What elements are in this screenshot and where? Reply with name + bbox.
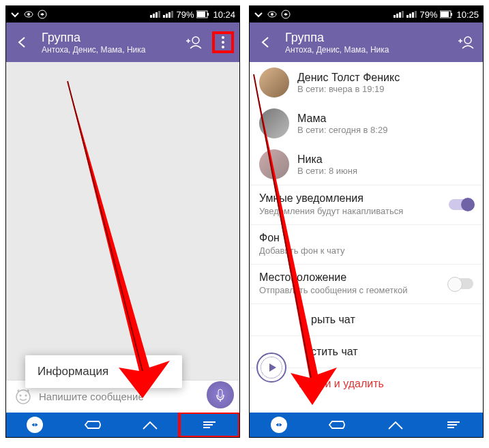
chat-subtitle: Антоха, Денис, Мама, Ника <box>42 45 175 55</box>
chat-subtitle: Антоха, Денис, Мама, Ника <box>285 45 447 55</box>
avatar <box>259 149 289 179</box>
svg-rect-10 <box>218 389 222 398</box>
battery-icon <box>196 10 210 18</box>
clock: 10:24 <box>213 10 235 20</box>
member-status: В сети: сегодня в 8:29 <box>297 125 387 135</box>
setting-smart-notifications[interactable]: Умные уведомления Уведомления будут нака… <box>250 185 483 224</box>
eye-icon <box>24 10 33 19</box>
member-status: В сети: вчера в 19:19 <box>297 84 400 94</box>
svg-rect-5 <box>207 13 209 16</box>
battery-percent: 79% <box>176 10 194 20</box>
signal-1-icon <box>150 11 160 18</box>
member-name: Денис Толст Феникс <box>297 72 400 84</box>
member-name: Ника <box>297 153 357 166</box>
compose-placeholder: Напишите сообщение <box>39 391 144 402</box>
nav-home[interactable] <box>121 413 179 437</box>
teamviewer-icon <box>281 10 291 19</box>
setting-desc: Добавить фон к чату <box>259 245 416 256</box>
eye-icon <box>267 10 277 19</box>
menu-item-info[interactable]: Информация <box>38 365 170 378</box>
nav-bar <box>6 413 239 437</box>
member-row[interactable]: Денис Толст Феникс В сети: вчера в 19:19 <box>250 62 483 103</box>
setting-desc: Уведомления будут накапливаться <box>259 206 416 216</box>
battery-icon <box>440 10 454 18</box>
avatar <box>259 108 289 138</box>
svg-point-1 <box>27 13 30 16</box>
signal-2-icon <box>163 11 173 18</box>
app-bar: Группа Антоха, Денис, Мама, Ника <box>6 23 239 62</box>
chat-title: Группа <box>42 31 175 45</box>
nav-back[interactable] <box>308 413 367 437</box>
back-button[interactable] <box>256 33 276 52</box>
status-bar: 79% 10:24 <box>6 6 239 23</box>
screenshot-left: 79% 10:24 Группа Антоха, Денис, Мама, Ни… <box>5 5 240 438</box>
context-menu: Информация <box>25 355 182 388</box>
setting-title: Умные уведомления <box>259 192 449 205</box>
setting-desc: Отправлять сообщения с геометкой <box>259 285 416 295</box>
member-row[interactable]: Ника В сети: 8 июня <box>250 144 483 185</box>
svg-point-9 <box>25 394 27 396</box>
member-name: Мама <box>297 113 387 125</box>
add-member-button[interactable] <box>457 33 476 52</box>
signal-2-icon <box>406 11 417 18</box>
dropdown-icon <box>254 10 263 19</box>
setting-background[interactable]: Фон Добавить фон к чату <box>250 225 483 264</box>
avatar <box>259 68 289 98</box>
action-hide-chat[interactable]: рыть чат <box>250 304 483 335</box>
nav-home[interactable] <box>366 413 425 437</box>
toggle-switch[interactable] <box>449 199 473 210</box>
battery-percent: 79% <box>419 10 437 20</box>
svg-point-12 <box>271 13 273 16</box>
setting-title: Местоположение <box>259 271 449 284</box>
chat-title: Группа <box>285 31 447 45</box>
nav-recent[interactable] <box>425 413 484 437</box>
screenshot-right: 79% 10:25 Группа Антоха, Денис, Мама, Ни… <box>249 5 484 438</box>
clock: 10:25 <box>456 10 479 20</box>
nav-teamviewer[interactable] <box>6 413 64 437</box>
play-button[interactable] <box>256 353 286 383</box>
nav-recent[interactable] <box>179 413 240 437</box>
svg-rect-15 <box>441 12 449 17</box>
svg-rect-4 <box>197 12 205 17</box>
setting-title: Фон <box>259 232 473 244</box>
member-status: В сети: 8 июня <box>297 166 357 176</box>
teamviewer-icon <box>38 10 47 19</box>
voice-message-button[interactable] <box>207 381 234 408</box>
toggle-switch[interactable] <box>449 278 473 289</box>
svg-point-8 <box>20 394 22 396</box>
setting-location[interactable]: Местоположение Отправлять сообщения с ге… <box>250 265 483 303</box>
member-row[interactable]: Мама В сети: сегодня в 8:29 <box>250 103 483 144</box>
more-options-button[interactable] <box>213 33 233 52</box>
back-button[interactable] <box>13 33 32 52</box>
dropdown-icon <box>10 10 20 19</box>
nav-bar <box>250 413 483 437</box>
sticker-icon[interactable] <box>14 388 32 406</box>
signal-1-icon <box>394 11 404 18</box>
app-bar: Группа Антоха, Денис, Мама, Ника <box>250 23 483 62</box>
add-member-button[interactable] <box>185 33 204 52</box>
status-bar: 79% 10:25 <box>250 6 483 23</box>
svg-point-6 <box>192 37 199 44</box>
nav-teamviewer[interactable] <box>250 413 308 437</box>
svg-point-17 <box>464 37 471 44</box>
chat-messages-area[interactable] <box>6 62 239 380</box>
nav-back[interactable] <box>64 413 122 437</box>
svg-rect-16 <box>451 13 452 16</box>
